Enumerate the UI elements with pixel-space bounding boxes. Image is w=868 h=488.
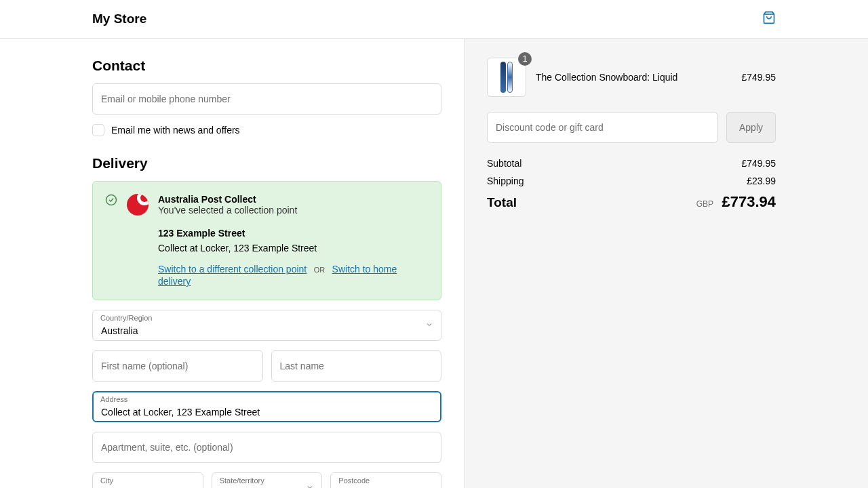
collect-address-title: 123 Example Street	[158, 228, 429, 239]
shipping-label: Shipping	[487, 176, 524, 186]
quantity-badge: 1	[518, 52, 532, 66]
postcode-label: Postcode	[338, 476, 370, 485]
product-name: The Collection Snowboard: Liquid	[536, 72, 732, 83]
address-label: Address	[100, 395, 127, 403]
email-field[interactable]	[92, 83, 441, 115]
collection-point-box: Australia Post Collect You've selected a…	[92, 181, 441, 300]
news-label: Email me with news and offers	[111, 125, 240, 136]
first-name-field[interactable]	[92, 350, 263, 382]
svg-point-1	[106, 195, 117, 205]
collect-subtitle: You've selected a collection point	[158, 205, 297, 216]
order-summary: 1 The Collection Snowboard: Liquid £749.…	[464, 39, 868, 488]
delivery-heading: Delivery	[92, 155, 441, 171]
address-field[interactable]	[92, 391, 441, 422]
contact-heading: Contact	[92, 58, 441, 74]
apartment-field[interactable]	[92, 432, 441, 463]
cart-item: 1 The Collection Snowboard: Liquid £749.…	[487, 58, 776, 97]
collect-address-desc: Collect at Locker, 123 Example Street	[158, 243, 429, 253]
header: My Store	[0, 0, 868, 39]
cart-icon[interactable]	[762, 11, 776, 27]
check-circle-icon	[105, 194, 117, 209]
state-label: State/territory	[220, 476, 264, 485]
shipping-value: £23.99	[747, 176, 776, 186]
switch-collection-link[interactable]: Switch to a different collection point	[158, 264, 307, 274]
australia-post-icon	[127, 194, 149, 216]
collect-title: Australia Post Collect	[158, 194, 297, 205]
subtotal-label: Subtotal	[487, 158, 521, 169]
checkout-form: Contact Email me with news and offers De…	[0, 39, 464, 488]
store-name[interactable]: My Store	[92, 12, 146, 26]
news-checkbox[interactable]	[92, 124, 104, 136]
last-name-field[interactable]	[271, 350, 442, 382]
apply-button[interactable]: Apply	[726, 112, 776, 143]
total-amount: £773.94	[722, 193, 776, 210]
or-text: OR	[314, 266, 326, 274]
city-label: City	[100, 476, 113, 485]
product-price: £749.95	[741, 72, 776, 83]
total-label: Total	[487, 195, 517, 210]
total-currency: GBP	[696, 199, 713, 209]
subtotal-value: £749.95	[741, 158, 776, 169]
discount-input[interactable]	[487, 112, 718, 143]
country-label: Country/Region	[100, 314, 152, 322]
